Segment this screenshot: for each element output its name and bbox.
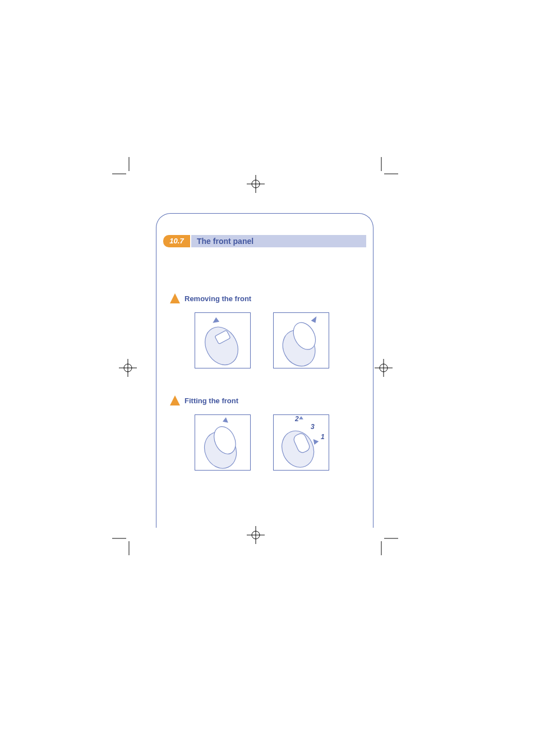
section-header: 10.7 The front panel bbox=[163, 235, 366, 247]
reg-mark-right bbox=[375, 359, 393, 377]
svg-point-20 bbox=[199, 321, 245, 368]
phone-illustration-icon bbox=[274, 313, 329, 368]
reg-mark-bottom bbox=[247, 526, 265, 544]
figure-remove-1 bbox=[195, 312, 251, 368]
triangle-marker-icon bbox=[170, 293, 180, 303]
crop-mark-tr bbox=[376, 157, 398, 179]
figure-fit-2: 2 3 1 bbox=[273, 414, 329, 471]
subsection-fitting: Fitting the front bbox=[170, 395, 238, 405]
step-number: 3 bbox=[311, 423, 315, 431]
phone-illustration-icon bbox=[195, 313, 250, 368]
figure-fit-1 bbox=[195, 414, 251, 471]
manual-page: 10.7 The front panel Removing the front … bbox=[156, 213, 373, 528]
figure-remove-2 bbox=[273, 312, 329, 368]
subsection-label: Fitting the front bbox=[185, 397, 238, 405]
crop-mark-tl bbox=[112, 157, 135, 179]
section-title: The front panel bbox=[191, 235, 366, 247]
section-number-badge: 10.7 bbox=[163, 235, 190, 247]
reg-mark-top bbox=[247, 175, 265, 193]
phone-illustration-icon bbox=[195, 415, 250, 470]
crop-mark-br bbox=[376, 533, 398, 555]
triangle-marker-icon bbox=[170, 395, 180, 405]
subsection-label: Removing the front bbox=[185, 294, 251, 303]
reg-mark-left bbox=[119, 359, 137, 377]
subsection-removing: Removing the front bbox=[170, 293, 251, 303]
crop-mark-bl bbox=[112, 533, 135, 555]
step-number: 1 bbox=[321, 433, 325, 441]
phone-illustration-icon bbox=[274, 415, 329, 470]
step-number: 2 bbox=[295, 415, 299, 423]
